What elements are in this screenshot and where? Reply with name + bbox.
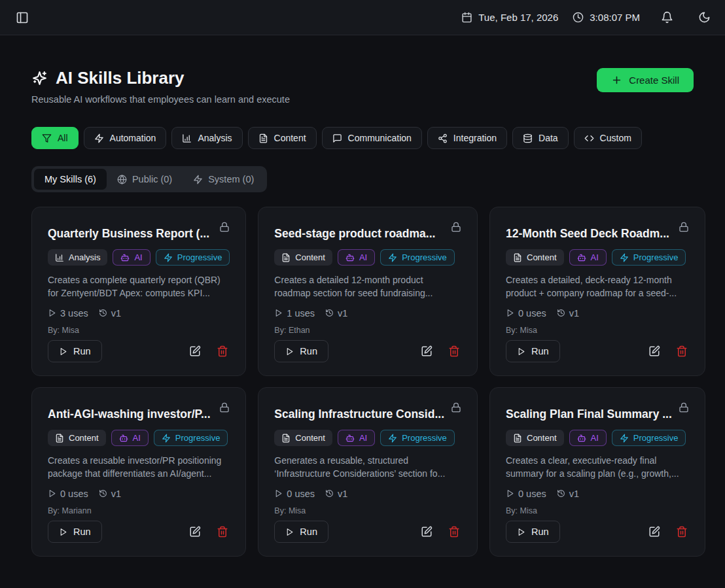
history-icon xyxy=(99,309,107,317)
filter-chip-analysis[interactable]: Analysis xyxy=(171,127,242,149)
notifications-button[interactable] xyxy=(657,7,677,27)
category-tag: Content xyxy=(274,430,332,446)
lock-icon xyxy=(219,402,230,413)
run-button[interactable]: Run xyxy=(274,521,328,543)
skill-description: Creates a complete quarterly report (QBR… xyxy=(48,273,230,300)
skill-description: Generates a reusable, structured ‘Infras… xyxy=(274,454,461,481)
history-icon xyxy=(99,489,107,498)
category-tag: Analysis xyxy=(48,249,107,266)
date-display: Tue, Feb 17, 2026 xyxy=(461,12,558,23)
clock-icon xyxy=(573,12,584,23)
play-icon xyxy=(48,489,56,498)
author-byline: By: Mariann xyxy=(48,506,230,515)
lock-icon xyxy=(679,222,689,232)
tab-public[interactable]: Public (0) xyxy=(107,169,183,190)
delete-button[interactable] xyxy=(675,525,689,539)
filter-chip-custom[interactable]: Custom xyxy=(574,127,642,149)
edit-icon xyxy=(189,345,201,357)
play-icon xyxy=(48,309,56,317)
bot-icon xyxy=(577,253,586,262)
create-skill-button[interactable]: Create Skill xyxy=(597,68,694,92)
filter-chip-integration[interactable]: Integration xyxy=(427,127,507,149)
edit-button[interactable] xyxy=(419,344,434,358)
delete-button[interactable] xyxy=(215,525,230,539)
category-tag: Content xyxy=(506,430,564,446)
history-icon xyxy=(557,309,565,317)
chart-column-icon xyxy=(55,253,64,262)
trash-icon xyxy=(448,526,460,538)
filter-chip-all[interactable]: All xyxy=(31,127,79,149)
ai-tag: AI xyxy=(338,249,375,266)
database-icon xyxy=(523,133,533,143)
filter-chip-content[interactable]: Content xyxy=(248,127,317,149)
play-icon xyxy=(59,528,67,536)
run-button[interactable]: Run xyxy=(506,521,560,543)
delete-button[interactable] xyxy=(447,344,461,358)
time-text: 3:08:07 PM xyxy=(590,12,640,23)
skill-title: Scaling Plan Final Summary ... xyxy=(506,407,672,421)
author-byline: By: Misa xyxy=(274,506,461,515)
page-subtitle: Reusable AI workflows that employees can… xyxy=(31,94,290,105)
plus-icon xyxy=(611,75,622,86)
bot-icon xyxy=(120,253,130,262)
tab-system[interactable]: System (0) xyxy=(183,169,264,190)
uses-stat: 0 uses xyxy=(48,489,88,499)
uses-stat: 0 uses xyxy=(274,489,315,499)
edit-button[interactable] xyxy=(647,525,662,539)
delete-button[interactable] xyxy=(447,525,461,539)
delete-button[interactable] xyxy=(675,344,689,358)
skill-card: Seed-stage product roadma... Content AI … xyxy=(258,207,478,376)
history-icon xyxy=(325,489,334,498)
tab-my-skills[interactable]: My Skills (6) xyxy=(34,169,107,190)
filter-chip-communication[interactable]: Communication xyxy=(322,127,422,149)
delete-button[interactable] xyxy=(215,344,230,358)
skill-title: Scaling Infrastructure Consid... xyxy=(274,407,444,421)
history-icon xyxy=(557,489,565,498)
uses-stat: 1 uses xyxy=(274,308,315,319)
category-tag: Content xyxy=(506,249,564,266)
filter-chip-data[interactable]: Data xyxy=(512,127,569,149)
file-text-icon xyxy=(513,253,522,262)
run-button[interactable]: Run xyxy=(506,340,560,362)
funnel-icon xyxy=(42,133,52,143)
progressive-tag: Progressive xyxy=(156,249,230,266)
lock-icon xyxy=(451,222,461,232)
version-stat: v1 xyxy=(557,489,579,499)
bot-icon xyxy=(119,434,128,443)
trash-icon xyxy=(676,526,688,538)
page-header: AI Skills Library Reusable AI workflows … xyxy=(31,68,694,105)
play-icon xyxy=(506,309,514,317)
ai-tag: AI xyxy=(338,430,375,446)
skill-description: Creates a clear, executive-ready final s… xyxy=(506,454,689,481)
trash-icon xyxy=(217,526,228,538)
skill-description: Creates a detailed, deck-ready 12-month … xyxy=(506,273,689,300)
category-tag: Content xyxy=(274,249,332,266)
bot-icon xyxy=(577,434,586,443)
run-button[interactable]: Run xyxy=(48,340,102,362)
version-stat: v1 xyxy=(325,489,347,499)
skill-description: Creates a detailed 12-month product road… xyxy=(274,273,461,300)
edit-button[interactable] xyxy=(647,344,662,358)
sidebar-toggle-button[interactable] xyxy=(12,7,33,28)
page-title-text: AI Skills Library xyxy=(56,68,185,88)
filter-chip-automation[interactable]: Automation xyxy=(84,127,167,149)
edit-icon xyxy=(648,345,660,357)
progressive-tag: Progressive xyxy=(380,249,455,266)
edit-button[interactable] xyxy=(419,525,434,539)
author-byline: By: Misa xyxy=(506,506,689,515)
skill-card: Anti-AGI-washing investor/P... Content A… xyxy=(31,387,246,557)
progressive-tag: Progressive xyxy=(154,430,228,446)
uses-stat: 3 uses xyxy=(48,308,88,319)
edit-button[interactable] xyxy=(188,525,202,539)
run-button[interactable]: Run xyxy=(48,521,102,543)
edit-button[interactable] xyxy=(188,344,202,358)
theme-toggle-button[interactable] xyxy=(694,7,715,27)
file-text-icon xyxy=(281,434,291,443)
progressive-tag: Progressive xyxy=(612,430,686,446)
panel-left-icon xyxy=(16,11,29,24)
run-button[interactable]: Run xyxy=(274,340,328,362)
scope-tabs: My Skills (6) Public (0) System (0) xyxy=(31,166,267,192)
skill-card: Quarterly Business Report (... Analysis … xyxy=(31,207,246,376)
file-text-icon xyxy=(281,253,291,262)
ai-tag: AI xyxy=(569,430,607,446)
